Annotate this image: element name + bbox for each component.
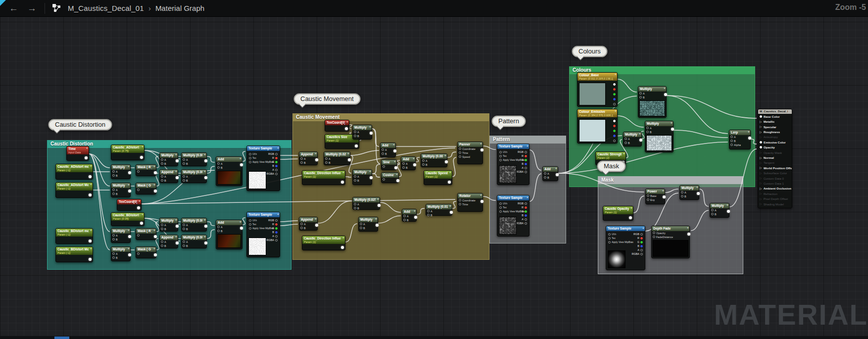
output-pin-rgb[interactable] — [275, 153, 278, 155]
collapse-chevron-icon[interactable]: ▾ — [726, 203, 728, 206]
material-pin-metallic[interactable]: ▷Metallic — [758, 119, 792, 124]
collapse-chevron-icon[interactable]: ▾ — [687, 226, 688, 229]
output-pin[interactable] — [378, 204, 381, 207]
collapse-chevron-icon[interactable]: ▾ — [615, 73, 616, 76]
input-pin[interactable] — [360, 227, 362, 229]
node-d-mul9[interactable]: Multiply (0.005)▾AB — [181, 218, 207, 232]
input-pin[interactable] — [183, 162, 185, 165]
node-d-mul4[interactable]: Multiply (0.005)▾AB — [181, 152, 207, 166]
input-pin[interactable] — [427, 210, 430, 212]
node-header[interactable]: Add▾ — [216, 220, 242, 225]
input-pin[interactable] — [217, 166, 220, 169]
input-pin[interactable] — [383, 165, 385, 168]
input-pin[interactable] — [112, 193, 115, 195]
output-pin[interactable] — [671, 128, 674, 131]
node-d-mul10[interactable]: Multiply (0.005)▾AB — [181, 235, 207, 248]
collapse-chevron-icon[interactable]: ▾ — [204, 170, 205, 173]
input-pin[interactable] — [354, 135, 356, 137]
collapse-chevron-icon[interactable]: ▴ — [277, 146, 279, 149]
collapse-chevron-icon[interactable]: ▾ — [142, 213, 143, 216]
input-pin[interactable] — [161, 241, 163, 243]
node-header[interactable]: Caustic_BDistort Move YParam (-1)▾ — [56, 247, 93, 255]
node-d-bmax[interactable]: Caustic_BDistort MaxParam (0.05)▾ — [111, 212, 145, 226]
node-header[interactable]: Multiply (0.005)▾ — [182, 153, 206, 158]
material-pin-roughness[interactable]: ▷Roughness — [758, 129, 792, 134]
collapse-chevron-icon[interactable]: ▾ — [369, 170, 371, 173]
input-pin[interactable] — [402, 166, 405, 169]
material-pin-world-position-offset[interactable]: ▷World Position Offset — [758, 165, 792, 170]
output-pin-rgba[interactable] — [613, 120, 616, 122]
input-pin[interactable] — [300, 223, 303, 225]
input-pin[interactable] — [730, 140, 733, 142]
input-pin[interactable] — [137, 189, 140, 191]
node-header[interactable]: Texture Sample▴ — [497, 144, 529, 149]
forward-button[interactable]: → — [27, 3, 37, 13]
output-pin-r[interactable] — [525, 155, 527, 157]
node-header[interactable]: Sine▾ — [382, 160, 396, 165]
output-pin-g[interactable] — [525, 210, 527, 213]
output-pin-r[interactable] — [640, 237, 643, 240]
output-pin[interactable] — [556, 173, 559, 176]
input-pin[interactable] — [300, 161, 303, 164]
output-pin[interactable] — [697, 192, 700, 195]
node-m-mul7[interactable]: Multiply (0.016)▾AB — [426, 204, 452, 216]
node-m-panner[interactable]: Panner▾CoordinateTimeSpeed — [457, 142, 483, 164]
output-pin[interactable] — [137, 206, 140, 209]
output-pin-b[interactable] — [275, 165, 278, 167]
node-d-amovey[interactable]: Caustic_ADistort Move YParam (-1)▾ — [55, 182, 93, 198]
input-pin[interactable] — [325, 157, 328, 160]
output-pin[interactable] — [687, 233, 690, 236]
node-header[interactable]: Add▾ — [216, 157, 242, 162]
input-pin[interactable] — [183, 179, 185, 182]
node-d-ts2[interactable]: Texture Sample▴UVsTexApply View MipBiasR… — [246, 212, 280, 257]
output-pin[interactable] — [154, 171, 157, 174]
node-k-ts[interactable]: Texture Sample▴UVsTexApply View MipBiasR… — [606, 226, 645, 270]
collapse-chevron-icon[interactable]: ▾ — [615, 109, 616, 112]
material-input-pin[interactable] — [760, 141, 762, 144]
node-header[interactable]: Multiply▾ — [111, 165, 130, 170]
output-pin[interactable] — [394, 166, 397, 169]
collapse-chevron-icon[interactable]: ▾ — [204, 218, 205, 221]
input-pin[interactable] — [161, 179, 163, 182]
output-pin-channel[interactable] — [613, 103, 616, 105]
output-pin[interactable] — [176, 242, 179, 244]
input-pin[interactable] — [161, 175, 163, 178]
node-m-mul5[interactable]: Multiply (0.008)▾AB — [421, 153, 447, 167]
output-pin[interactable] — [393, 149, 396, 152]
input-pin[interactable] — [403, 215, 406, 217]
node-header[interactable]: Rotator▾ — [458, 194, 482, 198]
collapse-chevron-icon[interactable]: ▴ — [527, 144, 528, 147]
node-header[interactable]: Multiply▾ — [638, 87, 666, 92]
output-pin[interactable] — [376, 224, 379, 227]
output-pin-r[interactable] — [525, 206, 527, 209]
collapse-chevron-icon[interactable]: ▾ — [449, 171, 451, 174]
node-header[interactable]: Mask ( R )▾ — [136, 229, 156, 234]
input-pin[interactable] — [112, 174, 115, 177]
node-header[interactable]: Cosine▾ — [382, 173, 398, 178]
node-d-mul5[interactable]: Multiply (0.005)▾AB — [181, 169, 207, 183]
node-header[interactable]: Mask ( R )▾ — [136, 165, 156, 170]
node-d-time[interactable]: TimeInput Data▾ — [66, 146, 89, 161]
output-pin[interactable] — [639, 139, 642, 142]
node-header[interactable]: Caustic_BDistort MaxParam (0.05)▾ — [111, 213, 144, 221]
output-pin-a[interactable] — [275, 169, 278, 171]
output-pin-g[interactable] — [525, 159, 527, 161]
node-header[interactable]: Texture Sample▴ — [497, 195, 529, 200]
output-pin[interactable] — [481, 148, 483, 151]
node-c-mul2[interactable]: Multiply▾AB — [645, 121, 674, 152]
output-pin[interactable] — [204, 159, 207, 162]
breadcrumb-graph-name[interactable]: Material Graph — [155, 4, 204, 12]
node-header[interactable]: Multiply (0.005)▾ — [182, 170, 206, 175]
collapse-chevron-icon[interactable]: ▾ — [393, 143, 394, 146]
node-header[interactable]: Caustic_Direction Influence_1Param (1)▾ — [302, 171, 345, 179]
node-d-mul3[interactable]: Multiply▾AB — [159, 152, 178, 166]
node-d-mul7[interactable]: Multiply▾AB — [111, 246, 131, 261]
collapse-chevron-icon[interactable]: ▾ — [204, 153, 205, 156]
output-pin-b[interactable] — [525, 214, 527, 217]
collapse-chevron-icon[interactable]: ▾ — [153, 165, 155, 168]
collapse-chevron-icon[interactable]: ▾ — [623, 152, 625, 155]
input-pin[interactable] — [647, 194, 649, 197]
node-m-mul3[interactable]: Multiply▾AB — [352, 169, 372, 185]
node-header[interactable]: Depth Fade▾ — [652, 226, 689, 231]
node-header[interactable]: Add▾ — [543, 167, 558, 172]
